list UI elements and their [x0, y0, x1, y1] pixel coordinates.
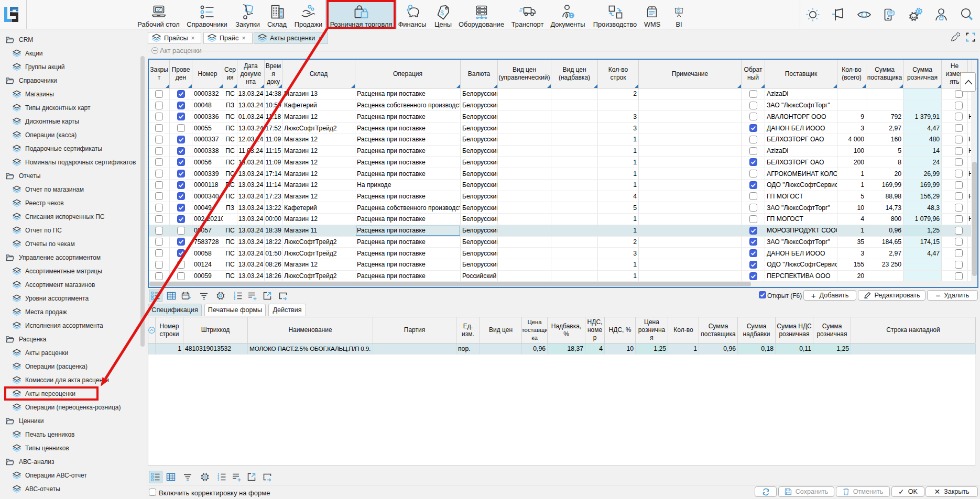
svg-text:$: $ — [440, 9, 444, 16]
